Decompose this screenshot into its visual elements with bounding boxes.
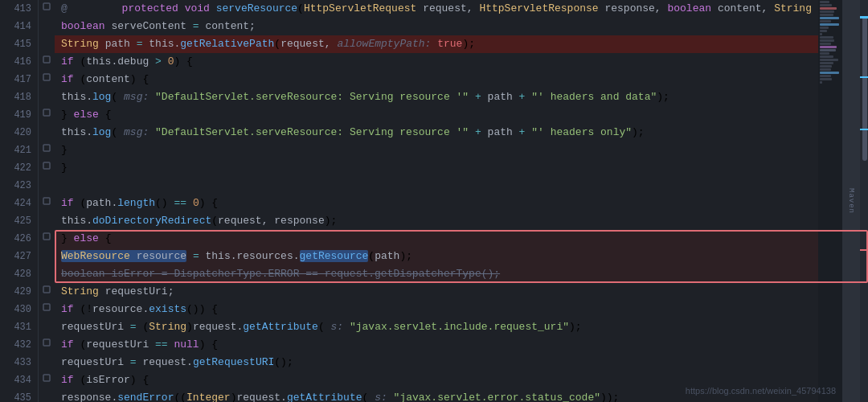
line-number: 422	[0, 159, 31, 177]
code-line[interactable]: @ protected void serveResource(HttpServl…	[55, 0, 868, 18]
scrollbar[interactable]	[860, 0, 868, 402]
gutter-icon	[39, 106, 55, 124]
code-line[interactable]: if (requestUri == null) {	[55, 336, 868, 354]
svg-rect-10	[43, 339, 50, 346]
line-number: 418	[0, 88, 31, 106]
svg-rect-2	[43, 74, 50, 80]
minimap-line	[820, 30, 827, 32]
code-line[interactable]: WebResource resource = this.resources.ge…	[55, 248, 868, 265]
gutter-icon	[39, 318, 55, 336]
minimap-line	[820, 68, 831, 71]
code-line[interactable]: if (content) {	[55, 71, 868, 88]
gutter-icon	[39, 336, 55, 354]
code-line[interactable]: if (path.length() == 0) {	[55, 195, 868, 212]
gutter-icon	[39, 248, 55, 265]
line-number: 417	[0, 71, 31, 88]
gutter-icon	[39, 389, 55, 402]
code-line[interactable]: } else {	[55, 106, 868, 124]
minimap-line	[820, 23, 839, 26]
svg-rect-4	[43, 145, 50, 151]
minimap-line	[820, 1, 829, 3]
code-line[interactable]: requestUri = (String)request.getAttribut…	[55, 318, 868, 336]
code-line[interactable]	[55, 177, 868, 195]
line-number: 434	[0, 371, 31, 389]
gutter-icon	[39, 0, 55, 18]
gutter-icon	[39, 283, 55, 301]
code-line[interactable]: this.log( msg: "DefaultServlet.serveReso…	[55, 88, 868, 106]
svg-rect-8	[43, 286, 50, 293]
minimap-line	[820, 65, 832, 68]
gutter	[39, 0, 55, 402]
scrollbar-thumb[interactable]	[862, 16, 867, 161]
line-number: 427	[0, 248, 31, 265]
gutter-icon	[39, 53, 55, 71]
minimap-line	[820, 49, 836, 51]
gutter-icon	[39, 18, 55, 35]
line-number: 426	[0, 230, 31, 248]
minimap-line	[820, 78, 832, 80]
gutter-icon	[39, 212, 55, 230]
code-line[interactable]: String requestUri;	[55, 283, 868, 301]
svg-rect-6	[43, 198, 50, 204]
code-line[interactable]: requestUri = request.getRequestURI();	[55, 354, 868, 371]
svg-rect-5	[43, 162, 50, 169]
scroll-indicator-error	[860, 249, 868, 251]
svg-rect-11	[43, 375, 50, 381]
gutter-icon	[39, 371, 55, 389]
gutter-icon	[39, 195, 55, 212]
code-line[interactable]: } else {	[55, 230, 868, 248]
gutter-icon	[39, 301, 55, 318]
line-number: 423	[0, 177, 31, 195]
code-line[interactable]: }	[55, 159, 868, 177]
maven-badge: Maven	[842, 0, 860, 402]
minimap-line	[820, 36, 833, 39]
minimap-line	[820, 81, 822, 84]
minimap-line	[820, 52, 829, 55]
svg-rect-3	[43, 109, 50, 116]
line-number: 415	[0, 35, 31, 53]
minimap-line	[820, 55, 833, 58]
line-number: 429	[0, 283, 31, 301]
code-line[interactable]: this.log( msg: "DefaultServlet.serveReso…	[55, 124, 868, 142]
code-line[interactable]: }	[55, 142, 868, 159]
minimap-line	[820, 46, 837, 48]
minimap-line	[820, 39, 834, 42]
line-number: 428	[0, 265, 31, 283]
line-number: 414	[0, 18, 31, 35]
line-number: 424	[0, 195, 31, 212]
minimap-line	[820, 59, 838, 61]
line-number: 425	[0, 212, 31, 230]
gutter-icon	[39, 124, 55, 142]
line-number: 432	[0, 336, 31, 354]
minimap-line	[820, 10, 834, 13]
gutter-icon	[39, 230, 55, 248]
scroll-indicator-1	[860, 16, 868, 18]
minimap-line	[820, 43, 831, 45]
line-number: 416	[0, 53, 31, 71]
gutter-icon	[39, 177, 55, 195]
code-line[interactable]: this.doDirectoryRedirect(request, respon…	[55, 212, 868, 230]
minimap-line	[820, 27, 829, 29]
code-line[interactable]: boolean serveContent = content;	[55, 18, 868, 35]
minimap-line	[820, 33, 822, 35]
code-line[interactable]: String path = this.getRelativePath(reque…	[55, 35, 868, 53]
gutter-icon	[39, 88, 55, 106]
minimap-line	[820, 20, 831, 23]
gutter-icon	[39, 142, 55, 159]
svg-rect-1	[43, 56, 50, 63]
code-line[interactable]: if (!resource.exists()) {	[55, 301, 868, 318]
code-line[interactable]: if (this.debug > 0) {	[55, 53, 868, 71]
line-number: 413	[0, 0, 31, 18]
gutter-icon	[39, 35, 55, 53]
line-number: 435	[0, 389, 31, 402]
code-area[interactable]: @ protected void serveResource(HttpServl…	[55, 0, 868, 402]
minimap-line	[820, 62, 833, 64]
scrollbar-track[interactable]	[860, 0, 868, 402]
svg-rect-0	[43, 3, 50, 10]
svg-rect-9	[43, 304, 50, 310]
minimap-line	[820, 17, 839, 19]
watermark: https://blog.csdn.net/weixin_45794138	[686, 386, 836, 396]
line-number: 431	[0, 318, 31, 336]
scroll-indicator-3	[860, 129, 868, 130]
code-line[interactable]: boolean isError = DispatcherType.ERROR =…	[55, 265, 868, 283]
